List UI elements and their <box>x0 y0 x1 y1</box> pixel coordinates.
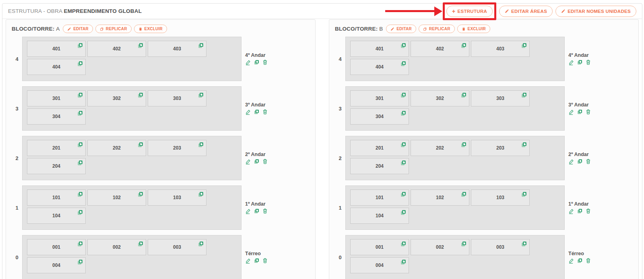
unit-cell[interactable]: 401 <box>350 41 409 57</box>
unit-cell[interactable]: 203 <box>471 140 530 156</box>
unit-cell[interactable]: 404 <box>350 59 409 75</box>
unit-duplicate-icon[interactable] <box>400 142 407 148</box>
unit-cell[interactable]: 404 <box>27 59 86 75</box>
unit-cell[interactable]: 004 <box>27 257 86 273</box>
unit-duplicate-icon[interactable] <box>400 160 407 166</box>
floor-duplicate-icon[interactable] <box>577 109 583 115</box>
unit-duplicate-icon[interactable] <box>77 259 83 265</box>
unit-duplicate-icon[interactable] <box>137 42 144 49</box>
floor-delete-icon[interactable] <box>585 158 591 164</box>
floor-delete-icon[interactable] <box>262 258 268 264</box>
unit-cell[interactable]: 204 <box>350 158 409 174</box>
floor-delete-icon[interactable] <box>585 258 591 264</box>
floor-delete-icon[interactable] <box>262 59 268 65</box>
unit-duplicate-icon[interactable] <box>77 92 83 98</box>
unit-duplicate-icon[interactable] <box>400 191 407 198</box>
unit-duplicate-icon[interactable] <box>137 241 144 247</box>
floor-delete-icon[interactable] <box>585 208 591 214</box>
unit-duplicate-icon[interactable] <box>400 60 407 67</box>
floor-edit-icon[interactable] <box>245 258 251 264</box>
unit-duplicate-icon[interactable] <box>400 259 407 265</box>
floor-delete-icon[interactable] <box>585 59 591 65</box>
unit-duplicate-icon[interactable] <box>77 241 83 247</box>
add-structure-button[interactable]: + ESTRUTURA <box>446 6 493 17</box>
floor-edit-icon[interactable] <box>245 109 251 115</box>
unit-duplicate-icon[interactable] <box>77 142 83 148</box>
unit-cell[interactable]: 104 <box>27 208 86 224</box>
unit-cell[interactable]: 403 <box>148 41 206 57</box>
unit-cell[interactable]: 003 <box>471 239 530 255</box>
floor-edit-icon[interactable] <box>568 109 574 115</box>
unit-cell[interactable]: 102 <box>411 189 469 206</box>
unit-cell[interactable]: 003 <box>148 239 206 255</box>
edit-unit-names-button[interactable]: + EDITAR NOMES UNIDADES <box>555 6 636 17</box>
unit-duplicate-icon[interactable] <box>400 42 407 49</box>
unit-duplicate-icon[interactable] <box>198 241 204 247</box>
unit-duplicate-icon[interactable] <box>400 209 407 216</box>
unit-duplicate-icon[interactable] <box>137 92 144 98</box>
unit-cell[interactable]: 102 <box>87 189 146 206</box>
unit-duplicate-icon[interactable] <box>460 191 467 198</box>
unit-cell[interactable]: 002 <box>411 239 469 255</box>
unit-cell[interactable]: 004 <box>350 257 409 273</box>
floor-edit-icon[interactable] <box>568 208 574 214</box>
unit-cell[interactable]: 304 <box>350 108 409 125</box>
floor-duplicate-icon[interactable] <box>577 258 583 264</box>
unit-cell[interactable]: 001 <box>350 239 409 255</box>
unit-duplicate-icon[interactable] <box>77 160 83 166</box>
unit-duplicate-icon[interactable] <box>137 142 144 148</box>
unit-cell[interactable]: 203 <box>148 140 206 156</box>
floor-edit-icon[interactable] <box>568 158 574 164</box>
unit-duplicate-icon[interactable] <box>460 42 467 49</box>
unit-duplicate-icon[interactable] <box>77 60 83 67</box>
unit-duplicate-icon[interactable] <box>400 110 407 117</box>
floor-duplicate-icon[interactable] <box>254 59 260 65</box>
block-edit-button[interactable]: EDITAR <box>63 25 93 33</box>
floor-delete-icon[interactable] <box>262 208 268 214</box>
block-replicate-button[interactable]: REPLICAR <box>419 25 455 33</box>
floor-duplicate-icon[interactable] <box>577 208 583 214</box>
unit-duplicate-icon[interactable] <box>460 142 467 148</box>
floor-duplicate-icon[interactable] <box>577 158 583 164</box>
floor-duplicate-icon[interactable] <box>254 158 260 164</box>
unit-duplicate-icon[interactable] <box>460 241 467 247</box>
unit-cell[interactable]: 401 <box>27 41 86 57</box>
unit-cell[interactable]: 101 <box>350 189 409 206</box>
unit-duplicate-icon[interactable] <box>400 241 407 247</box>
unit-cell[interactable]: 104 <box>350 208 409 224</box>
unit-duplicate-icon[interactable] <box>198 191 204 198</box>
unit-duplicate-icon[interactable] <box>198 142 204 148</box>
unit-cell[interactable]: 201 <box>27 140 86 156</box>
unit-cell[interactable]: 202 <box>87 140 146 156</box>
unit-cell[interactable]: 201 <box>350 140 409 156</box>
unit-cell[interactable]: 303 <box>471 90 530 106</box>
unit-cell[interactable]: 103 <box>148 189 206 206</box>
floor-duplicate-icon[interactable] <box>254 109 260 115</box>
unit-cell[interactable]: 301 <box>350 90 409 106</box>
floor-duplicate-icon[interactable] <box>577 59 583 65</box>
unit-duplicate-icon[interactable] <box>77 42 83 49</box>
unit-cell[interactable]: 202 <box>411 140 469 156</box>
floor-delete-icon[interactable] <box>262 158 268 164</box>
unit-cell[interactable]: 304 <box>27 108 86 125</box>
unit-duplicate-icon[interactable] <box>521 142 527 148</box>
unit-duplicate-icon[interactable] <box>521 241 527 247</box>
unit-cell[interactable]: 302 <box>87 90 146 106</box>
unit-cell[interactable]: 103 <box>471 189 530 206</box>
floor-duplicate-icon[interactable] <box>254 258 260 264</box>
unit-cell[interactable]: 301 <box>27 90 86 106</box>
floor-duplicate-icon[interactable] <box>254 208 260 214</box>
unit-cell[interactable]: 402 <box>411 41 469 57</box>
unit-duplicate-icon[interactable] <box>521 92 527 98</box>
unit-cell[interactable]: 402 <box>87 41 146 57</box>
floor-edit-icon[interactable] <box>568 59 574 65</box>
unit-duplicate-icon[interactable] <box>198 92 204 98</box>
unit-duplicate-icon[interactable] <box>77 191 83 198</box>
unit-duplicate-icon[interactable] <box>521 42 527 49</box>
unit-duplicate-icon[interactable] <box>460 92 467 98</box>
unit-duplicate-icon[interactable] <box>521 191 527 198</box>
unit-duplicate-icon[interactable] <box>77 110 83 117</box>
unit-cell[interactable]: 002 <box>87 239 146 255</box>
block-delete-button[interactable]: EXCLUIR <box>134 25 167 33</box>
unit-duplicate-icon[interactable] <box>400 92 407 98</box>
